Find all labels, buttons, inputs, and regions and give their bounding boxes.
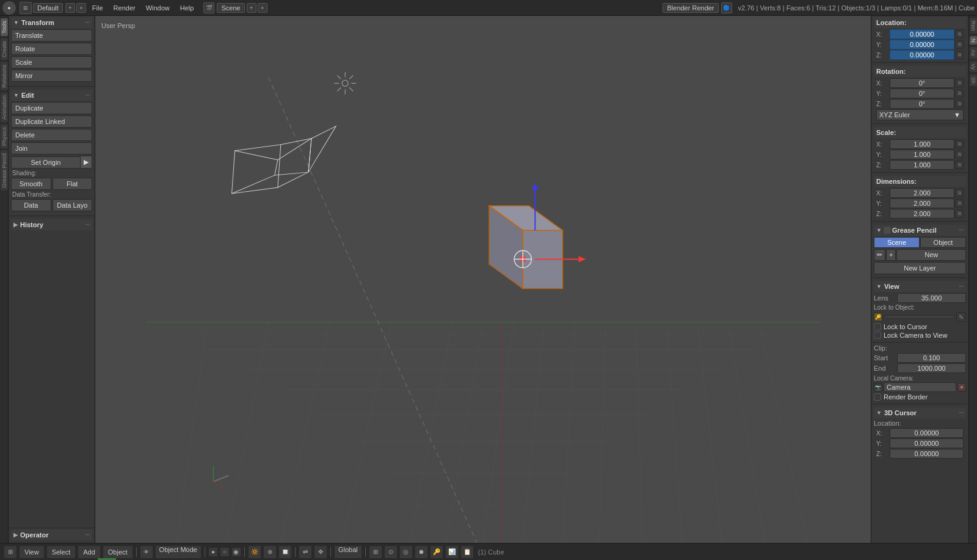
clip-start-input[interactable]: 0.100 (897, 353, 966, 363)
data-layers-btn[interactable]: Data Layo (53, 199, 93, 211)
auto-key-btn[interactable]: 🔑 (430, 545, 443, 559)
edit-header[interactable]: ▼ Edit ··· (11, 90, 92, 101)
texture-shading-btn[interactable]: ◉ (231, 547, 241, 557)
render-border-checkbox[interactable] (874, 393, 881, 401)
set-origin-btn[interactable]: Set Origin (11, 156, 81, 169)
gp-pencil-btn[interactable]: ✏ (874, 249, 885, 261)
location-z-input[interactable]: 0.00000 (890, 50, 954, 60)
scale-x-copy[interactable]: ⧉ (955, 140, 964, 148)
lock-obj-input[interactable] (884, 316, 955, 318)
dim-y-input[interactable]: 2.000 (890, 198, 954, 208)
view-menu-btn[interactable]: View (19, 545, 45, 559)
add-scene-btn[interactable]: + (247, 3, 256, 13)
mirror-btn[interactable]: Mirror (11, 70, 92, 82)
camera-input[interactable]: Camera (884, 382, 956, 392)
transform-header[interactable]: ▼ Transform ··· (11, 17, 92, 28)
translate-btn[interactable]: Translate (11, 29, 92, 42)
operator-header[interactable]: ▶ Operator ··· (11, 529, 92, 540)
mode-select[interactable]: Object Mode (155, 545, 202, 559)
grid-btn[interactable]: ⊞ (369, 545, 382, 559)
add-menu-btn[interactable]: Add (78, 545, 101, 559)
viewport[interactable]: User Persp (95, 16, 871, 543)
remove-screen-btn[interactable]: × (76, 3, 86, 13)
rendered-btn[interactable]: 🔆 (248, 545, 261, 559)
history-header[interactable]: ▶ History ··· (11, 219, 92, 230)
snap-btn[interactable]: 🔲 (278, 545, 292, 559)
rotation-x-copy[interactable]: ⧉ (955, 79, 964, 87)
grease-pencil-header[interactable]: ▼ Grease Pencil ··· (874, 225, 966, 236)
delete-btn[interactable]: Delete (11, 129, 92, 141)
location-y-copy[interactable]: ⧉ (955, 40, 964, 49)
rotation-mode-select[interactable]: XYZ Euler ▼ (876, 109, 964, 120)
onion-btn[interactable]: ◎ (399, 545, 413, 559)
location-header[interactable]: Location: (874, 17, 966, 28)
wire-shading-btn[interactable]: ○ (220, 547, 230, 557)
flat-btn[interactable]: Flat (53, 178, 93, 190)
smooth-btn[interactable]: Smooth (11, 178, 51, 190)
render-icon[interactable]: 🔵 (721, 2, 732, 13)
rotation-header[interactable]: Rotation: (874, 66, 966, 77)
rotation-z-input[interactable]: 0° (890, 99, 954, 109)
viewport-type-icon[interactable]: ⊞ (4, 545, 17, 559)
menu-render[interactable]: Render (109, 3, 140, 13)
proportional-btn[interactable]: ⊙ (384, 545, 398, 559)
cursor-y-input[interactable]: 0.00000 (890, 438, 964, 448)
tab-create[interactable]: Create (1, 38, 8, 60)
dim-z-copy[interactable]: ⧉ (955, 209, 964, 218)
clip-end-input[interactable]: 1000.000 (897, 363, 966, 373)
lock-cursor-checkbox[interactable] (874, 323, 881, 330)
scale-z-input[interactable]: 1.000 (890, 160, 954, 170)
object-mode-icon[interactable]: 👁 (140, 545, 153, 559)
render-engine-select[interactable]: Blender Render (663, 3, 718, 13)
timeline-btn[interactable]: 📊 (445, 545, 459, 559)
location-z-copy[interactable]: ⧉ (955, 51, 964, 59)
menu-file[interactable]: File (87, 3, 108, 13)
rotation-y-input[interactable]: 0° (890, 89, 954, 98)
scene-name[interactable]: Scene (217, 3, 244, 13)
remove-scene-btn[interactable]: × (258, 3, 267, 13)
tab-relations[interactable]: Relations (1, 62, 8, 90)
scale-btn[interactable]: Scale (11, 56, 92, 68)
tab-render-n[interactable]: N (970, 36, 977, 45)
tab-tools[interactable]: Tools (1, 18, 8, 36)
dim-y-copy[interactable]: ⧉ (955, 199, 964, 208)
pivot-btn[interactable]: ⊕ (263, 545, 277, 559)
scale-y-copy[interactable]: ⧉ (955, 150, 964, 159)
camera-close-btn[interactable]: × (957, 383, 966, 391)
set-origin-arrow-btn[interactable]: ▶ (81, 156, 92, 169)
lens-input[interactable]: 35.000 (897, 293, 966, 303)
view-header[interactable]: ▼ View ··· (874, 281, 966, 292)
global-local-select[interactable]: Global (334, 545, 362, 559)
location-x-copy[interactable]: ⧉ (955, 30, 964, 38)
gp-plus-btn[interactable]: + (886, 249, 896, 261)
dim-z-input[interactable]: 2.000 (890, 209, 954, 219)
dim-x-input[interactable]: 2.000 (890, 188, 954, 198)
layer-btn[interactable]: 📋 (460, 545, 474, 559)
rotation-x-input[interactable]: 0° (890, 78, 954, 88)
gp-new-layer-btn[interactable]: New Layer (874, 262, 966, 274)
tab-as[interactable]: As (970, 47, 977, 59)
gp-checkbox[interactable] (884, 227, 890, 233)
tab-sh[interactable]: Sh (970, 75, 977, 86)
dimensions-header[interactable]: Dimensions: (874, 176, 966, 187)
cursor-x-input[interactable]: 0.00000 (890, 428, 964, 438)
tab-grease-pencil[interactable]: Grease Pencil (1, 151, 8, 191)
rotate-btn[interactable]: Rotate (11, 43, 92, 55)
lock-obj-pen[interactable]: ✎ (956, 312, 966, 322)
tab-vy[interactable]: Vy (970, 61, 977, 72)
select-menu-btn[interactable]: Select (46, 545, 76, 559)
rotation-z-copy[interactable]: ⧉ (955, 100, 964, 108)
dim-x-copy[interactable]: ⧉ (955, 189, 964, 197)
join-btn[interactable]: Join (11, 142, 92, 155)
scale-z-copy[interactable]: ⧉ (955, 161, 964, 169)
scale-x-input[interactable]: 1.000 (890, 139, 954, 149)
tab-animation[interactable]: Animation (1, 93, 8, 122)
menu-window[interactable]: Window (141, 3, 175, 13)
cursor-z-input[interactable]: 0.00000 (890, 449, 964, 459)
record-btn[interactable]: ⏺ (415, 545, 428, 559)
add-screen-btn[interactable]: + (65, 3, 75, 13)
data-btn[interactable]: Data (11, 199, 51, 211)
duplicate-btn[interactable]: Duplicate (11, 102, 92, 114)
gp-tab-object[interactable]: Object (920, 237, 966, 248)
gp-new-btn[interactable]: New (896, 249, 966, 261)
